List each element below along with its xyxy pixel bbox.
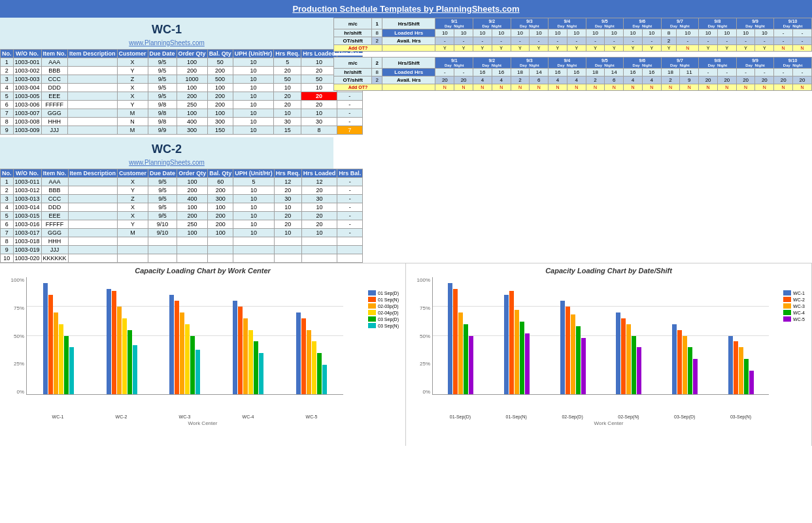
cell-hload: 20 bbox=[301, 101, 337, 109]
chart-date-title: Capacity Loading Chart by Date/Shift bbox=[409, 267, 808, 275]
cap-addot-cell: Y bbox=[567, 45, 586, 52]
cell-wo: 1003-003 bbox=[13, 75, 41, 84]
chart-bar bbox=[509, 291, 514, 394]
cell-uph: 10 bbox=[233, 229, 275, 237]
legend-item: 03 Sep(N) bbox=[368, 323, 399, 328]
cap-date-header: 9/4Day Night bbox=[549, 58, 586, 69]
cell-due: 9/5 bbox=[148, 195, 177, 203]
cap-loaded-cell: 10 bbox=[473, 29, 492, 37]
cell-oqty: 200 bbox=[177, 92, 207, 101]
cap-avail-cell: 4 bbox=[642, 76, 661, 84]
cell-bqty: 50 bbox=[207, 58, 233, 67]
cell-cust: X bbox=[117, 84, 148, 92]
legend-label: 03 Sep(N) bbox=[378, 324, 399, 328]
cap-loaded-cell: - bbox=[755, 69, 774, 76]
chart-bar bbox=[117, 307, 122, 394]
cell-bqty bbox=[208, 237, 233, 246]
cell-hreq: 20 bbox=[274, 212, 301, 220]
chart-bar bbox=[48, 295, 53, 394]
wc2-subtitle: www.PlanningSheets.com bbox=[0, 158, 333, 169]
legend-color bbox=[783, 297, 791, 302]
chart-date-x-labels: 01-Sep(D)01-Sep(N)02-Sep(D)02-Sep(N)03-S… bbox=[432, 414, 769, 419]
cell-due: 9/5 bbox=[148, 67, 177, 75]
cap-avail-cell: - bbox=[605, 37, 624, 45]
cell-bqty: 200 bbox=[207, 92, 233, 101]
table-row: 4 1003-004 DDD X 9/5 100 100 10 10 10 - bbox=[1, 84, 363, 92]
chart-bar bbox=[448, 283, 452, 394]
cell-cust: X bbox=[118, 212, 148, 220]
cell-desc bbox=[68, 92, 118, 101]
chart-bar bbox=[64, 336, 69, 395]
cell-cust: X bbox=[118, 203, 148, 212]
chart-bar bbox=[307, 330, 311, 394]
cap-loaded-cell: - bbox=[793, 29, 812, 37]
wc2-title: WC-2 bbox=[0, 137, 333, 158]
col-cust2: Customer bbox=[118, 169, 148, 178]
cell-wo: 1003-019 bbox=[13, 246, 41, 254]
x-label: 03-Sep(D) bbox=[656, 414, 713, 419]
cell-due: 9/8 bbox=[148, 101, 177, 109]
legend-color bbox=[368, 323, 376, 328]
table-row: 5 1003-015 EEE X 9/5 200 200 10 20 20 - bbox=[1, 212, 363, 220]
cap-addot-cell: N bbox=[435, 84, 454, 91]
chart-bar bbox=[637, 347, 641, 394]
cell-item: HHH bbox=[41, 118, 68, 126]
col-hload: Hrs Loaded bbox=[301, 50, 337, 58]
x-label: WC-2 bbox=[90, 414, 153, 419]
cap-date-header: 9/10Day Night bbox=[774, 58, 812, 69]
cap-addot-spacer bbox=[382, 45, 435, 52]
cap-addot-cell: Y bbox=[549, 45, 567, 52]
chart-bar bbox=[734, 341, 738, 394]
cap-avail-cell: - bbox=[511, 37, 530, 45]
cell-uph: 10 bbox=[233, 212, 275, 220]
cap-avail-cell: 4 bbox=[567, 76, 586, 84]
cell-bqty: 200 bbox=[208, 212, 233, 220]
header-title[interactable]: Production Schedule Templates by Plannin… bbox=[292, 4, 519, 14]
col-uph: UPH (Unit/Hr) bbox=[233, 50, 274, 58]
cell-oqty: 300 bbox=[177, 126, 207, 135]
chart-bar bbox=[683, 336, 687, 395]
cell-due: 9/5 bbox=[148, 84, 177, 92]
cap-avail-cell: 2 bbox=[586, 76, 605, 84]
chart-bar bbox=[43, 283, 48, 394]
cap-loaded-cell: 16 bbox=[567, 69, 586, 76]
chart-wc-title: Capacity Loading Chart by Work Center bbox=[3, 267, 402, 275]
cell-desc bbox=[68, 118, 118, 126]
cap-avail-cell: 4 bbox=[549, 76, 567, 84]
table-row: 7 1003-017 GGG M 9/10 100 100 10 10 10 - bbox=[1, 229, 363, 237]
cap-addot-cell: N bbox=[774, 45, 793, 52]
cell-item: CCC bbox=[41, 75, 68, 84]
cell-uph: 10 bbox=[233, 75, 274, 84]
legend-label: 01 Sep(D) bbox=[378, 291, 399, 295]
cell-uph: 10 bbox=[233, 220, 275, 229]
cap-avail-cell: 20 bbox=[793, 76, 812, 84]
cap-loaded-cell: 14 bbox=[530, 69, 549, 76]
cell-cust: X bbox=[118, 178, 148, 186]
cell-desc bbox=[68, 212, 118, 220]
cell-item: DDD bbox=[41, 203, 68, 212]
chart-bar bbox=[453, 289, 458, 394]
cell-hload: 30 bbox=[301, 195, 337, 203]
cell-due: 9/10 bbox=[148, 229, 177, 237]
chart-group bbox=[216, 277, 280, 394]
cell-wo: 1003-016 bbox=[13, 220, 41, 229]
cell-wo: 1003-012 bbox=[13, 186, 41, 195]
cap-addot-row: Add OT? YYYYYYYYYYYYYNYYYYNN bbox=[334, 45, 812, 52]
chart-group bbox=[601, 277, 657, 394]
x-label: WC-1 bbox=[26, 414, 90, 419]
cap-addot-cell: Y bbox=[717, 45, 736, 52]
chart-bar bbox=[180, 312, 184, 394]
cell-item: HHH bbox=[41, 237, 68, 246]
cap-addot-cell: N bbox=[793, 45, 812, 52]
legend-label: WC-3 bbox=[793, 304, 805, 309]
cap-addot-cell: N bbox=[793, 84, 812, 91]
cap-avail-cell: - bbox=[717, 37, 736, 45]
cell-oqty: 100 bbox=[177, 229, 208, 237]
cap-header-row: m/c 1 Hrs/Shift9/1Day Night9/2Day Night9… bbox=[334, 18, 812, 29]
wc2-table: No. W/O No. Item No. Item Description Cu… bbox=[0, 169, 363, 263]
legend-label: WC-2 bbox=[793, 297, 805, 302]
chart-bar bbox=[520, 322, 524, 394]
cap-avail-cell: 4 bbox=[492, 76, 511, 84]
chart-date-bars bbox=[432, 277, 769, 395]
cap-hrshift-val: 8 bbox=[372, 69, 382, 76]
